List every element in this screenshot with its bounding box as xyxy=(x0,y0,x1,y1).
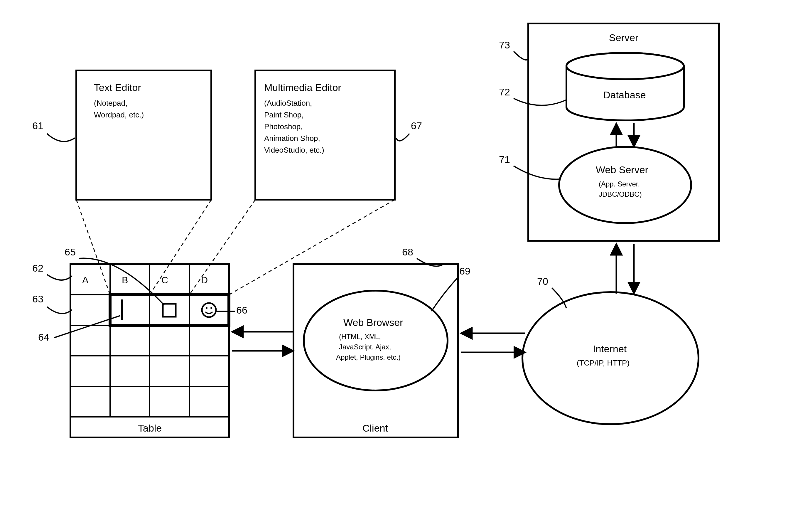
multimedia-l3: Photoshop, xyxy=(264,122,303,131)
svg-point-14 xyxy=(210,307,212,309)
text-editor-box: Text Editor (Notepad, Wordpad, etc.) xyxy=(76,71,211,200)
web-browser-l3: Applet, Plugins. etc.) xyxy=(336,353,401,361)
ref-68: 68 xyxy=(402,246,413,258)
ref-65: 65 xyxy=(64,246,76,258)
web-server-l2: JDBC/ODBC) xyxy=(599,190,642,198)
internet-l1: (TCP/IP, HTTP) xyxy=(577,359,630,367)
leader-line xyxy=(514,51,528,60)
database-cylinder: Database xyxy=(566,53,684,120)
svg-point-16 xyxy=(522,292,698,424)
architecture-diagram: Text Editor (Notepad, Wordpad, etc.) Mul… xyxy=(0,0,793,532)
ref-64: 64 xyxy=(38,331,49,343)
text-editor-sub1: (Notepad, xyxy=(94,99,128,108)
web-server-title: Web Server xyxy=(596,164,648,175)
ref-70: 70 xyxy=(537,276,548,287)
square-icon xyxy=(163,304,176,317)
ref-63: 63 xyxy=(32,293,43,304)
leader-line xyxy=(47,307,72,314)
client-label: Client xyxy=(363,422,388,434)
web-browser-ellipse xyxy=(304,291,448,391)
multimedia-title: Multimedia Editor xyxy=(264,82,341,93)
text-editor-title: Text Editor xyxy=(94,82,141,93)
ref-61: 61 xyxy=(32,120,43,131)
web-browser-title: Web Browser xyxy=(343,317,403,328)
svg-point-13 xyxy=(206,307,208,309)
ref-67: 67 xyxy=(411,120,422,131)
table-header-c: C xyxy=(161,275,168,285)
leader-line xyxy=(47,134,75,141)
internet-title: Internet xyxy=(593,343,627,354)
smiley-icon xyxy=(202,303,216,317)
text-editor-sub2: Wordpad, etc.) xyxy=(94,110,144,119)
multimedia-editor-box: Multimedia Editor (AudioStation, Paint S… xyxy=(255,71,395,200)
svg-point-12 xyxy=(202,303,216,317)
server-label: Server xyxy=(609,32,638,43)
ref-71: 71 xyxy=(499,154,510,165)
table-header-b: B xyxy=(122,275,128,285)
ref-62: 62 xyxy=(32,263,43,273)
ref-66: 66 xyxy=(236,304,247,316)
web-server-ellipse: Web Server (App. Server, JDBC/ODBC) xyxy=(559,147,691,223)
table-label: Table xyxy=(138,422,162,434)
table-header-a: A xyxy=(82,275,89,285)
web-browser-l2: JavaScript, Ajax, xyxy=(339,343,391,351)
web-server-l1: (App. Server, xyxy=(599,180,640,188)
multimedia-l1: (AudioStation, xyxy=(264,99,312,108)
leader-line xyxy=(47,274,72,280)
ref-72: 72 xyxy=(499,86,510,97)
multimedia-l4: Animation Shop, xyxy=(264,134,320,143)
ref-69: 69 xyxy=(459,265,470,277)
multimedia-l5: VideoStudio, etc.) xyxy=(264,146,324,154)
leader-line xyxy=(396,134,409,141)
web-browser-l1: (HTML, XML, xyxy=(339,332,381,341)
multimedia-l2: Paint Shop, xyxy=(264,110,304,119)
svg-point-19 xyxy=(566,53,684,79)
database-title: Database xyxy=(603,89,646,100)
internet-ellipse: Internet (TCP/IP, HTTP) xyxy=(522,292,698,424)
server-box: Server Database Web Server (App. Server,… xyxy=(528,23,719,241)
ref-73: 73 xyxy=(499,39,510,51)
client-box: Web Browser (HTML, XML, JavaScript, Ajax… xyxy=(293,264,458,437)
